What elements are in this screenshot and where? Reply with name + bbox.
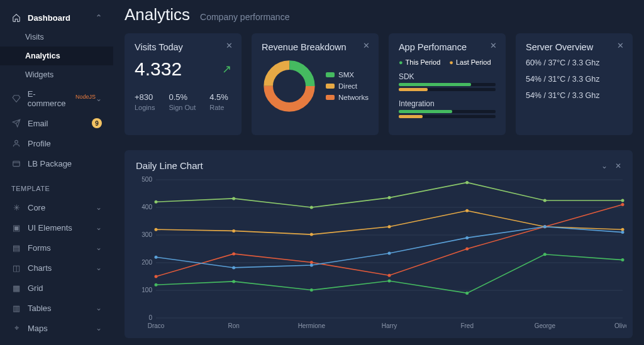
- svg-point-0: [15, 140, 18, 143]
- svg-point-44: [621, 203, 625, 206]
- svg-point-58: [621, 258, 625, 261]
- svg-point-55: [388, 280, 391, 283]
- card-daily-line-chart: Daily Line Chart ⌄ ✕ 0100200300400500Dra…: [125, 150, 633, 338]
- svg-point-25: [232, 197, 235, 200]
- svg-point-31: [155, 228, 158, 231]
- home-icon: [11, 13, 21, 23]
- legend-item: SMX: [326, 71, 369, 79]
- svg-text:400: 400: [142, 204, 152, 211]
- legend-item: Direct: [326, 82, 369, 90]
- svg-point-38: [155, 275, 158, 278]
- svg-text:Hermione: Hermione: [298, 322, 326, 329]
- svg-point-41: [388, 274, 391, 277]
- sidebar-item-maps[interactable]: ⌖Maps⌄: [0, 318, 113, 338]
- close-icon[interactable]: ✕: [226, 41, 233, 50]
- svg-point-37: [621, 228, 625, 231]
- svg-point-57: [543, 253, 547, 256]
- svg-text:Fred: Fred: [460, 322, 474, 329]
- svg-text:300: 300: [142, 231, 152, 238]
- svg-point-26: [310, 206, 313, 209]
- sidebar-item-ecommerce[interactable]: E-commerce NodeJS ⌄: [0, 84, 113, 113]
- svg-point-53: [232, 280, 235, 283]
- generic-icon: ✳: [11, 202, 21, 212]
- chart-title: Daily Line Chart: [136, 160, 203, 171]
- chevron-down-icon[interactable]: ⌄: [601, 162, 608, 170]
- chevron-down-icon: ⌄: [96, 304, 102, 312]
- card-visits-today: Visits Today ✕ 4.332 ↗ +830Logins0.5%Sig…: [125, 33, 242, 135]
- sidebar-item-widgets[interactable]: Widgets: [0, 65, 113, 84]
- sidebar-item-charts[interactable]: ◫Charts⌄: [0, 258, 113, 278]
- generic-icon: ▥: [11, 303, 21, 313]
- generic-icon: ▣: [11, 222, 21, 233]
- sidebar-item-email[interactable]: Email 9: [0, 113, 113, 133]
- svg-point-45: [155, 256, 158, 259]
- sidebar-item-dashboard[interactable]: Dashboard ⌃: [0, 8, 113, 28]
- svg-point-56: [465, 292, 469, 295]
- main-content: Analytics Company performance Visits Tod…: [113, 0, 644, 345]
- svg-rect-1: [13, 162, 20, 167]
- svg-point-29: [543, 199, 547, 202]
- sidebar-label: Dashboard: [28, 13, 70, 23]
- card-title: Visits Today: [135, 42, 231, 52]
- close-icon[interactable]: ✕: [617, 41, 624, 50]
- svg-point-52: [155, 283, 158, 287]
- sidebar-item-grid[interactable]: ▦Grid: [0, 278, 113, 298]
- svg-point-54: [310, 288, 313, 292]
- sidebar-item-lb-package[interactable]: LB Package: [0, 153, 113, 173]
- stat-col: +830Logins: [135, 92, 155, 111]
- sidebar: Dashboard ⌃ Visits Analytics Widgets E-c…: [0, 0, 113, 345]
- sidebar-item-core[interactable]: ✳Core⌄: [0, 197, 113, 217]
- chevron-up-icon: ⌃: [96, 13, 102, 22]
- card-app-performance: App Perfomance ✕ This Period Last Period…: [389, 33, 506, 135]
- svg-text:500: 500: [142, 176, 152, 183]
- page-header: Analytics Company performance: [125, 5, 633, 25]
- sidebar-item-ui-elements[interactable]: ▣UI Elements⌄: [0, 217, 113, 238]
- trend-up-icon: ↗: [222, 62, 231, 76]
- svg-point-27: [388, 196, 391, 199]
- card-revenue-breakdown: Revenue Breakdown ✕ SMXDirectNetworks: [252, 33, 379, 135]
- stat-col: 4.5%Rate: [209, 92, 228, 111]
- page-subtitle: Company performance: [200, 12, 289, 22]
- close-icon[interactable]: ✕: [490, 41, 497, 50]
- svg-point-39: [232, 252, 235, 255]
- sidebar-item-analytics[interactable]: Analytics: [0, 47, 113, 65]
- svg-point-24: [155, 200, 158, 204]
- svg-point-34: [388, 225, 391, 228]
- svg-text:Draco: Draco: [148, 322, 165, 329]
- sidebar-item-profile[interactable]: Profile: [0, 133, 113, 153]
- chevron-down-icon: ⌄: [96, 203, 102, 212]
- svg-point-48: [388, 252, 391, 255]
- server-stat-line: 60% / 37°C / 3.3 Ghz: [526, 58, 623, 67]
- svg-point-35: [465, 209, 469, 212]
- close-icon[interactable]: ✕: [363, 41, 370, 50]
- page-title: Analytics: [125, 5, 190, 25]
- svg-point-51: [621, 231, 625, 234]
- svg-point-32: [232, 229, 235, 233]
- package-icon: [11, 158, 21, 168]
- visits-value: 4.332: [135, 58, 182, 80]
- sidebar-item-visits[interactable]: Visits: [0, 28, 113, 47]
- chevron-down-icon: ⌄: [96, 324, 102, 332]
- chevron-down-icon: ⌄: [96, 223, 102, 232]
- generic-icon: ◫: [11, 263, 21, 273]
- svg-text:George: George: [535, 322, 556, 329]
- sidebar-item-tables[interactable]: ▥Tables⌄: [0, 298, 113, 318]
- svg-text:Ron: Ron: [228, 322, 239, 329]
- svg-text:Oliver: Oliver: [614, 322, 626, 329]
- generic-icon: ▦: [11, 283, 21, 293]
- chevron-down-icon: ⌄: [96, 263, 102, 272]
- send-icon: [11, 118, 21, 128]
- svg-point-28: [465, 181, 469, 184]
- donut-chart: [262, 58, 317, 114]
- nodejs-badge: NodeJS: [75, 94, 96, 100]
- chevron-down-icon: ⌄: [96, 243, 102, 252]
- svg-point-50: [543, 225, 547, 228]
- close-icon[interactable]: ✕: [615, 162, 621, 170]
- legend-last-period: Last Period: [449, 58, 491, 66]
- card-title: Revenue Breakdown: [262, 42, 369, 52]
- sidebar-item-forms[interactable]: ▤Forms⌄: [0, 238, 113, 258]
- line-chart: 0100200300400500DracoRonHermioneHarryFre…: [136, 173, 626, 332]
- chevron-down-icon: ⌄: [96, 94, 102, 103]
- sidebar-section-template: TEMPLATE: [0, 173, 113, 197]
- svg-text:200: 200: [142, 259, 152, 266]
